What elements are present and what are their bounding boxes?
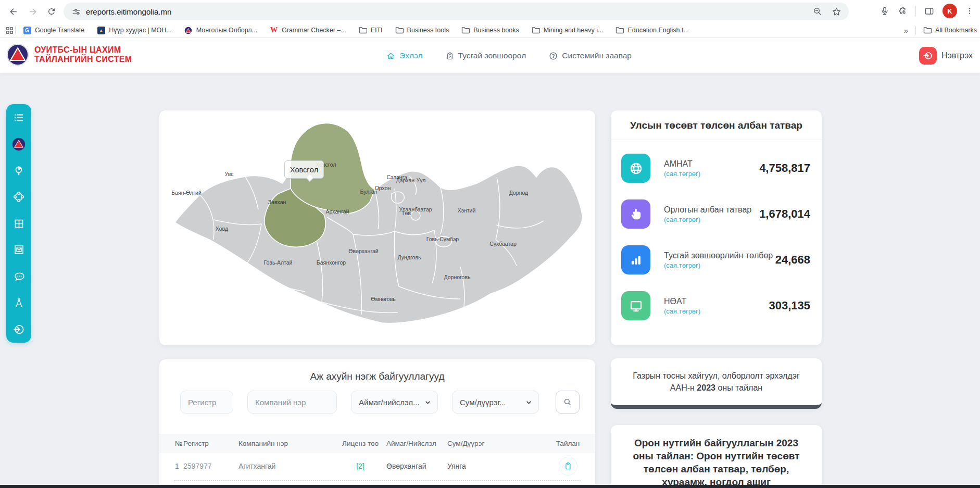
table-row: 1 2597977 Агитхангай [2] Өвөрхангай Уянг…: [159, 453, 595, 479]
bookmark-folder-business-tools[interactable]: Business tools: [395, 26, 449, 34]
search-icon: [563, 397, 572, 407]
zoom-out-icon[interactable]: [813, 7, 822, 16]
folder-icon: [923, 26, 932, 34]
tax-stats-card: Улсын төсөвт төлсөн албан татвар АМНАТ (…: [611, 110, 822, 345]
bookmark-folder-mining[interactable]: Mining and heavy i...: [532, 26, 604, 34]
bookmarks-overflow-icon[interactable]: »: [904, 26, 908, 35]
nav-home[interactable]: Эхлэл: [386, 51, 423, 60]
side-panel-icon[interactable]: [924, 6, 934, 16]
browser-toolbar: ereports.eitimongolia.mn K: [0, 0, 980, 23]
stat-label: НӨАТ: [664, 297, 700, 306]
oil-report-line1: Газрын тосны хайгуул, олборлолт эрхэлдэг: [633, 371, 800, 381]
aimag-select[interactable]: Аймаг/нийслэл...: [351, 391, 438, 414]
help-circle-icon: [549, 52, 558, 60]
search-button[interactable]: [556, 391, 580, 414]
site-header: ОУИТБС-ЫН ЦАХИМ ТАЙЛАНГИЙН СИСТЕМ Эхлэл …: [0, 38, 980, 73]
eiti-favicon: [184, 26, 193, 34]
address-bar[interactable]: ereports.eitimongolia.mn: [64, 3, 849, 20]
w-favicon: W: [270, 26, 278, 34]
eiti-logo: [6, 43, 29, 66]
reload-icon[interactable]: [44, 4, 59, 19]
table-header: № Регистр Компанийн нэр Лиценз тоо Аймаг…: [159, 434, 595, 453]
exit-circle-icon[interactable]: [12, 322, 26, 336]
bookmark-folder-business-books[interactable]: Business books: [461, 26, 519, 34]
stat-label: АМНАТ: [664, 159, 700, 169]
folder-icon: [359, 26, 367, 34]
map-tooltip: Хөвсгөл: [284, 160, 324, 179]
grid-icon[interactable]: [12, 217, 26, 230]
mic-icon[interactable]: [880, 6, 889, 16]
stat-value: 24,668: [775, 253, 810, 267]
eiti-logo[interactable]: [12, 137, 26, 151]
all-bookmarks[interactable]: All Bookmarks: [923, 26, 977, 34]
home-icon: [386, 52, 395, 60]
forward-icon[interactable]: [25, 4, 41, 19]
stat-unit: (сая.төгрөг): [664, 307, 700, 315]
url-text[interactable]: ereports.eitimongolia.mn: [86, 7, 813, 16]
list-icon[interactable]: [12, 111, 26, 124]
mail-square-icon[interactable]: [12, 243, 26, 257]
mongolia-map[interactable]: [159, 110, 595, 345]
login-icon: [919, 47, 937, 65]
folder-icon: [395, 26, 404, 34]
stat-row-income-tax: Орлогын албан татвар (сая.төгрөг) 1,678,…: [611, 191, 822, 237]
logo-text-line2: ТАЙЛАНГИЙН СИСТЕМ: [34, 55, 132, 64]
extensions-icon[interactable]: [898, 6, 907, 16]
folder-icon: [461, 26, 470, 34]
stats-title: Улсын төсөвт төлсөн албан татвар: [611, 110, 822, 140]
chat-dots-icon[interactable]: [12, 270, 26, 283]
bookmarks-bar: G Google Translate ▲ Нүүр хуудас | МОН..…: [0, 23, 980, 38]
hub-network-icon[interactable]: [12, 190, 26, 204]
local-report-card[interactable]: Орон нутгийн байгууллагын 2023 оны тайла…: [611, 425, 822, 488]
screen-bottom-edge: [0, 485, 980, 488]
bookmark-google-translate[interactable]: G Google Translate: [23, 26, 84, 34]
bookmark-grammar-checker[interactable]: W Grammar Checker –...: [270, 26, 346, 34]
site-info-icon[interactable]: [72, 7, 81, 16]
nav-special-license[interactable]: Тусгай зөвшөөрөл: [446, 51, 526, 60]
companies-title: Аж ахуйн нэгж байгууллагууд: [159, 359, 595, 382]
bookmark-folder-education[interactable]: Education English t...: [615, 26, 688, 34]
compass-icon[interactable]: [12, 296, 26, 309]
stat-unit: (сая.төгрөг): [664, 261, 773, 269]
nav-system-guide[interactable]: Системийн заавар: [549, 51, 632, 60]
bookmark-mongol-olborloh[interactable]: Монголын Олборл...: [184, 26, 257, 34]
register-input[interactable]: [180, 391, 233, 414]
logo-text-line1: ОУИТБС-ЫН ЦАХИМ: [34, 45, 132, 55]
stat-label: Тусгай зөвшөөрлийн төлбөр: [664, 251, 773, 260]
site-logo[interactable]: ОУИТБС-ЫН ЦАХИМ ТАЙЛАНГИЙН СИСТЕМ: [6, 43, 132, 66]
stat-value: 1,678,014: [759, 207, 810, 221]
sum-select[interactable]: Сум/дүүрэг...: [452, 391, 539, 414]
company-filters: Аймаг/нийслэл... Сум/дүүрэг...: [159, 391, 595, 416]
row-divider: [174, 480, 581, 481]
oil-report-card[interactable]: Газрын тосны хайгуул, олборлолт эрхэлдэг…: [611, 358, 822, 409]
chevron-down-icon: [525, 399, 532, 406]
folder-icon: [615, 26, 624, 34]
apps-grid-icon[interactable]: [5, 26, 14, 35]
login-button[interactable]: Нэвтрэх: [919, 47, 973, 65]
stat-value: 303,135: [769, 299, 810, 312]
folder-icon: [532, 26, 540, 34]
bookmark-nuur-huudas[interactable]: ▲ Нүүр хуудас | МОН...: [97, 26, 172, 34]
explore-magnifier-icon[interactable]: [12, 164, 26, 178]
back-icon[interactable]: [5, 4, 21, 19]
bookmark-folder-eiti[interactable]: EITI: [359, 26, 383, 34]
stat-row-amnat: АМНАТ (сая.төгрөг) 4,758,817: [611, 145, 822, 191]
translate-favicon: G: [23, 26, 31, 34]
gov-favicon: ▲: [97, 26, 105, 34]
chevron-down-icon: [424, 399, 431, 406]
bar-chart-icon: [621, 245, 650, 274]
main-nav: Эхлэл Тусгай зөвшөөрөл Системийн заавар: [386, 38, 632, 73]
bookmark-star-icon[interactable]: [832, 7, 841, 17]
oil-report-line2: ААН-н 2023 оны тайлан: [670, 383, 762, 393]
profile-avatar[interactable]: K: [943, 4, 957, 18]
companies-card: Аж ахуйн нэгж байгууллагууд Аймаг/нийслэ…: [159, 359, 595, 488]
globe-icon: [621, 154, 650, 183]
stat-row-vat: НӨАТ (сая.төгрөг) 303,135: [611, 283, 822, 329]
stat-unit: (сая.төгрөг): [664, 216, 751, 223]
hand-pointer-icon: [621, 199, 650, 229]
report-clipboard-icon[interactable]: [559, 457, 577, 476]
side-rail: [6, 104, 31, 343]
company-name-input[interactable]: [247, 391, 337, 414]
menu-kebab-icon[interactable]: [965, 7, 974, 15]
stat-row-license-fee: Тусгай зөвшөөрлийн төлбөр (сая.төгрөг) 2…: [611, 237, 822, 283]
